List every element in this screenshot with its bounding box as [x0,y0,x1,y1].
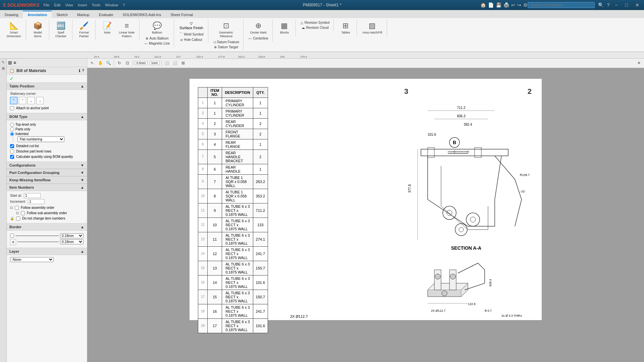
area-hatch-btn[interactable]: ▨ Area Hatch/Fill [360,20,384,36]
dtb-zoom-btn[interactable]: 🔍 [105,59,112,67]
bom-cell-item: 3 [208,129,222,139]
bom-confirm-btn[interactable]: ✓ [7,75,87,82]
dtb-close-btn[interactable]: ✕ [635,59,643,67]
corner-top-left[interactable]: ⌜ [10,97,17,104]
follow-sub-assembly-checkbox[interactable] [21,211,25,215]
sidebar-icon-grid[interactable]: ⊞ [8,60,12,65]
layer-select[interactable]: -None- [10,257,54,262]
hole-callout-btn[interactable]: ⌀ Hole Callout [179,37,203,42]
auto-balloon-btn[interactable]: ⊕ Auto Balloon [144,36,170,41]
bom-help-icon[interactable]: ? [82,68,84,73]
left-tool-zoom[interactable]: ⊕ [2,66,5,71]
tab-markup[interactable]: Markup [72,11,94,18]
calculate-qty-checkbox[interactable] [10,155,14,159]
center-mark-btn[interactable]: ⊕ Center Mark [248,20,269,36]
start-at-input[interactable] [24,193,41,198]
add-border-btn[interactable]: + [10,239,16,245]
flat-numbering-select[interactable]: Flat numbering [17,136,64,142]
format-painter-btn[interactable]: 🖌️ FormatPainter [76,20,93,40]
weld-symbol-icon: ⌒ [179,32,182,37]
tab-annotation[interactable]: Annotation [23,11,52,18]
print-icon[interactable]: 🖨️ [503,2,509,8]
options-icon[interactable]: ⚙ [523,2,528,8]
new-icon[interactable]: 📄 [488,2,494,8]
close-btn[interactable]: ✕ [633,2,641,8]
ruler-mark-1: 25.4 [94,55,99,58]
undo-icon[interactable]: ↩ [511,2,515,8]
linear-note-pattern-btn[interactable]: ≡ Linear NotePattern [117,20,137,40]
tab-sheetformat[interactable]: Sheet Format [166,11,198,18]
tab-sketch[interactable]: Sketch [52,11,72,18]
menu-insert[interactable]: Insert [78,3,87,7]
menu-window[interactable]: Window [105,3,118,7]
datum-target-btn[interactable]: ⊕ Datum Target [213,45,239,50]
dtb-rotate-btn[interactable]: ↻ [116,59,123,67]
revision-cloud-btn[interactable]: ☁ Revision Cloud [300,25,330,30]
help-icon[interactable]: ? [607,2,610,8]
dtb-select-btn[interactable]: ↖ [89,59,96,67]
surface-finish-btn[interactable]: ▽ Surface Finish [177,20,205,31]
note-btn[interactable]: 📝 Note [99,20,116,36]
part-config-grouping-header[interactable]: Part Configuration Grouping ▼ [7,169,87,176]
border-checkbox-1[interactable] [10,234,14,238]
corner-top-right[interactable]: ⌝ [19,97,26,104]
model-items-btn[interactable]: 📦 ModelItems [30,20,46,40]
corner-bottom-right[interactable]: ⌟ [36,97,44,104]
tab-addins[interactable]: SOLIDWORKS Add-Ins [118,11,166,18]
sidebar-icon-list[interactable]: ≡ [13,60,16,65]
search-input[interactable] [528,2,595,8]
save-icon[interactable]: 💾 [496,2,501,8]
sheet-canvas[interactable]: ITEM NO. DESCRIPTION QTY. 1 1 PRIMARY CY… [87,69,644,362]
dtb-align-center-btn[interactable]: ⬜ [171,59,179,67]
border-thickness-select-1[interactable]: 0.18mm [60,233,84,238]
left-tool-select[interactable]: ↖ [2,60,5,65]
tables-btn[interactable]: ⊞ Tables [337,20,354,36]
dtb-grid-btn[interactable]: ⊞ [179,59,187,67]
menu-edit[interactable]: Edit [54,3,60,7]
bom-indented-radio[interactable] [10,132,14,136]
detailed-cut-list-checkbox[interactable] [10,144,14,148]
bom-type-header[interactable]: BOM Type ▲ [7,113,87,120]
magnetic-line-btn[interactable]: — Magnetic Line [143,41,171,46]
menu-file[interactable]: File [44,3,50,7]
menu-tools[interactable]: Tools [92,3,101,7]
bom-top-level-radio[interactable] [10,123,14,127]
font-size-input[interactable]: 0.5mm [135,61,148,65]
geometric-tolerance-btn[interactable]: ⊡ GeometricTolerance [217,20,235,40]
bom-info-icon[interactable]: ℹ [79,68,80,73]
smart-dimension-btn[interactable]: 📐 SmartDimension [5,20,23,40]
tab-drawing[interactable]: Drawing [0,11,23,18]
spell-checker-btn[interactable]: 🔤 SpellChecker [53,20,69,40]
minimize-btn[interactable]: − [613,2,620,8]
balloon-btn[interactable]: 💬 Balloon [149,20,165,36]
home-icon[interactable]: 🏠 [480,2,486,8]
keep-missing-header[interactable]: Keep Missing Item/Row ▼ [7,176,87,184]
centerline-btn[interactable]: — Centerline [247,36,270,41]
item-numbers-header[interactable]: Item Numbers ▲ [7,184,87,191]
increment-input[interactable] [28,199,45,204]
search-icon[interactable]: 🔍 [598,2,604,8]
weld-symbol-btn[interactable]: ⌒ Weld Symbol [178,31,205,37]
layer-header[interactable]: Layer ▲ [7,248,87,255]
do-not-change-checkbox[interactable] [16,217,20,221]
table-position-header[interactable]: Table Position ▲ [7,82,87,90]
font-size-2-input[interactable]: 1mm [150,61,160,65]
menu-view[interactable]: View [65,3,73,7]
border-header[interactable]: Border ▲ [7,223,87,231]
blocks-btn[interactable]: ▦ Blocks [276,20,293,36]
configurations-header[interactable]: Configurations ▼ [7,162,87,169]
dtb-align-left-btn[interactable]: ⬜ [163,59,171,67]
border-thickness-select-2[interactable]: 0.18mm [60,239,84,244]
follow-assembly-checkbox[interactable] [15,206,19,210]
datum-feature-btn[interactable]: ◁ Datum Feature [212,40,241,45]
redo-icon[interactable]: ↪ [517,2,521,8]
maximize-btn[interactable]: □ [623,2,630,8]
dissolve-rows-checkbox[interactable] [10,149,14,154]
attach-anchor-checkbox[interactable] [10,106,14,110]
tab-evaluate[interactable]: Evaluate [94,11,118,18]
dtb-pan-btn[interactable]: ✋ [97,59,104,67]
dtb-fit-btn[interactable]: ⊡ [124,59,131,67]
revision-symbol-btn[interactable]: △ Revision Symbol [299,20,331,25]
bom-parts-only-radio[interactable] [10,127,14,131]
corner-bottom-left[interactable]: ⌞ [28,97,35,104]
